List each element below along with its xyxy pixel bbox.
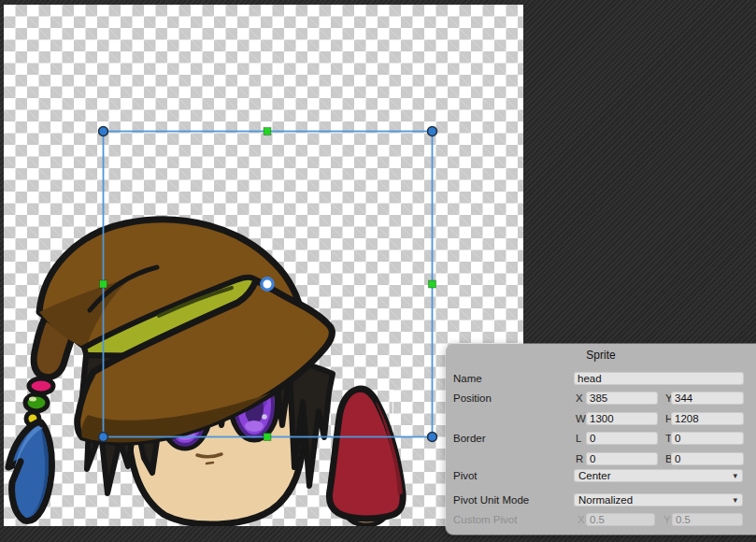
sprite-head[interactable] (8, 220, 333, 524)
custom-pivot-x-input (586, 513, 655, 526)
custom-pivot-label: Custom Pivot (453, 513, 517, 526)
pivot-unit-mode-dropdown[interactable]: Normalized ▾ (574, 493, 743, 506)
bead-pink (29, 378, 53, 393)
pivot-dropdown[interactable]: Center ▾ (574, 469, 743, 482)
border-l-input[interactable] (586, 432, 658, 445)
edge-handle-top[interactable] (264, 128, 271, 136)
position-x-input[interactable] (586, 392, 658, 405)
corner-handle-top-right[interactable] (428, 127, 437, 136)
name-input[interactable] (574, 372, 744, 385)
pivot-handle[interactable] (262, 278, 273, 290)
custom-pivot-y-input (672, 513, 743, 526)
chin-mark (207, 463, 213, 464)
bead-green (25, 394, 48, 411)
sprite-editor-window: { "panel": { "title": "Sprite", "name": … (0, 0, 756, 542)
pivot-unit-mode-label: Pivot Unit Mode (453, 493, 529, 506)
position-w-input[interactable] (586, 412, 658, 425)
position-h-input[interactable] (671, 412, 744, 425)
corner-handle-bottom-left[interactable] (99, 433, 108, 442)
pivot-label: Pivot (453, 469, 478, 482)
pivot-dropdown-value: Center (578, 470, 611, 481)
panel-title: Sprite (446, 349, 756, 362)
corner-handle-top-left[interactable] (99, 127, 108, 136)
red-sleeve (329, 389, 403, 519)
position-label: Position (453, 392, 492, 405)
sprite-inspector-panel: Sprite Name Position X Y W H Border L T … (446, 344, 756, 535)
border-r-input[interactable] (586, 452, 658, 465)
pivot-unit-mode-dropdown-value: Normalized (578, 494, 633, 506)
corner-handle-bottom-right[interactable] (428, 433, 437, 442)
chevron-down-icon: ▾ (733, 469, 737, 482)
sprite-arm[interactable] (329, 389, 403, 525)
name-label: Name (453, 372, 482, 385)
edge-handle-right[interactable] (429, 280, 436, 288)
chevron-down-icon: ▾ (733, 493, 737, 506)
border-t-input[interactable] (671, 432, 744, 445)
edge-handle-left[interactable] (100, 280, 107, 288)
border-b-input[interactable] (671, 452, 744, 465)
bead-green-highlight (29, 397, 36, 402)
position-y-input[interactable] (671, 392, 744, 405)
border-label: Border (453, 432, 486, 445)
edge-handle-bottom[interactable] (264, 434, 271, 441)
